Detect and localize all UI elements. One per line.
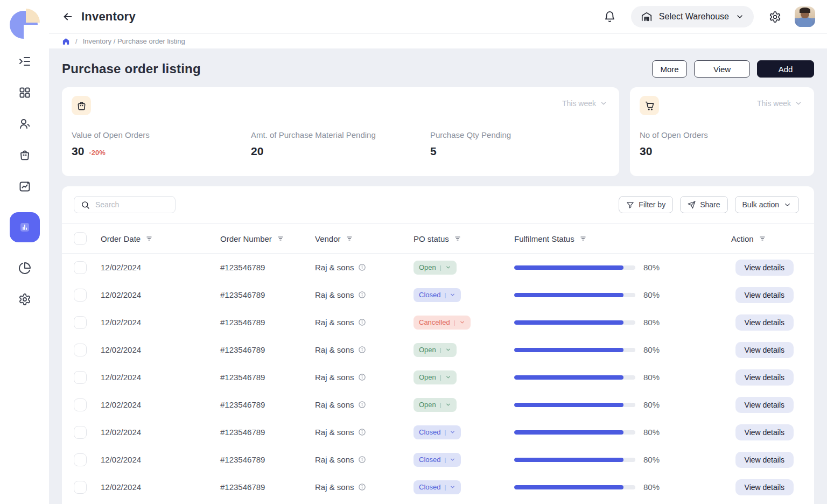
chevron-down-icon: [735, 12, 744, 21]
column-header-order-date[interactable]: Order Date: [101, 234, 220, 243]
column-header-order-number[interactable]: Order Number: [220, 234, 315, 243]
top-header: Inventory Select Warehouse: [49, 0, 827, 33]
vendor-cell: Raj & sons: [315, 263, 414, 272]
user-avatar[interactable]: [795, 6, 815, 27]
row-checkbox[interactable]: [74, 481, 87, 494]
row-checkbox[interactable]: [74, 344, 87, 356]
select-all-checkbox[interactable]: [74, 232, 87, 245]
column-header-fulfilment-status[interactable]: Fulfilment Status: [514, 234, 695, 243]
info-icon[interactable]: [358, 346, 366, 354]
row-checkbox[interactable]: [74, 371, 87, 384]
info-icon[interactable]: [358, 401, 366, 409]
filter-by-button[interactable]: Filter by: [619, 196, 673, 213]
filter-lines-icon: [277, 235, 284, 242]
info-icon[interactable]: [358, 263, 366, 271]
stat-cards-row: This week Value of Open Orders 30 -20%: [62, 87, 814, 176]
po-status-badge[interactable]: Closed |: [414, 425, 461, 439]
table-toolbar: Filter by Share Bulk action: [62, 186, 814, 224]
app-logo[interactable]: [10, 9, 40, 39]
stat-icon-tile: [72, 96, 91, 115]
chevron-down-icon: [445, 264, 451, 270]
table-header-row: Order Date Order Number Vendor PO status: [62, 224, 814, 254]
info-icon[interactable]: [358, 428, 366, 436]
column-header-po-status[interactable]: PO status: [414, 234, 514, 243]
breadcrumb-path[interactable]: Inventory / Purchase order listing: [83, 37, 185, 45]
row-checkbox[interactable]: [74, 426, 87, 439]
fulfilment-progress-fill: [514, 265, 623, 270]
sidebar-item-analytics[interactable]: [17, 179, 32, 194]
view-details-button[interactable]: View details: [735, 287, 794, 303]
sidebar-item-orders[interactable]: [17, 148, 32, 163]
info-icon[interactable]: [358, 318, 366, 326]
po-status-label: Closed: [419, 483, 440, 491]
order-number-cell: #123546789: [220, 290, 315, 299]
view-details-button[interactable]: View details: [735, 369, 794, 386]
view-button[interactable]: View: [694, 60, 750, 78]
po-status-badge[interactable]: Cancelled |: [414, 316, 471, 330]
po-status-badge[interactable]: Open |: [414, 398, 457, 412]
po-status-badge[interactable]: Open |: [414, 343, 457, 357]
row-checkbox[interactable]: [74, 261, 87, 274]
sidebar-item-users[interactable]: [17, 116, 32, 131]
page-title: Purchase order listing: [62, 61, 201, 76]
view-details-button[interactable]: View details: [735, 479, 794, 495]
search-input[interactable]: [95, 200, 169, 209]
settings-button[interactable]: [768, 10, 782, 24]
column-header-vendor[interactable]: Vendor: [315, 234, 414, 243]
row-checkbox[interactable]: [74, 453, 87, 466]
fulfilment-progress-fill: [514, 293, 623, 297]
sidebar-item-pie-reports[interactable]: [17, 261, 32, 276]
order-number-cell: #123546789: [220, 482, 315, 492]
po-status-badge[interactable]: Closed |: [414, 480, 461, 494]
view-details-button[interactable]: View details: [735, 342, 794, 358]
metric-delta: -20%: [89, 149, 105, 157]
pie-chart-icon: [18, 262, 31, 275]
row-checkbox[interactable]: [74, 289, 87, 302]
info-icon[interactable]: [358, 291, 366, 299]
warehouse-selector[interactable]: Select Warehouse: [631, 6, 754, 27]
po-status-badge[interactable]: Closed |: [414, 288, 461, 302]
page-actions: More View Add: [652, 60, 814, 78]
fulfilment-percent-label: 80%: [643, 318, 695, 327]
row-checkbox[interactable]: [74, 316, 87, 329]
table-row: 12/02/2024 #123546789 Raj & sons Closed …: [62, 281, 814, 309]
po-status-badge[interactable]: Open |: [414, 370, 457, 384]
info-icon[interactable]: [358, 373, 366, 381]
period-label: This week: [757, 99, 791, 108]
po-status-badge[interactable]: Closed |: [414, 453, 461, 467]
sidebar-item-inventory-reports[interactable]: [10, 212, 40, 242]
po-status-label: Closed: [419, 456, 440, 464]
notifications-button[interactable]: [603, 10, 617, 24]
column-header-action[interactable]: Action: [695, 234, 814, 243]
row-checkbox[interactable]: [74, 398, 87, 411]
bulk-action-button[interactable]: Bulk action: [735, 196, 799, 213]
view-details-button[interactable]: View details: [735, 397, 794, 413]
filter-lines-icon: [759, 235, 766, 242]
sidebar-item-dashboard[interactable]: [17, 85, 32, 100]
share-button[interactable]: Share: [680, 196, 727, 213]
sidebar-item-collapse-menu[interactable]: [17, 54, 32, 69]
po-status-badge[interactable]: Open |: [414, 261, 457, 275]
sidebar-item-settings[interactable]: [17, 292, 32, 307]
view-details-button[interactable]: View details: [735, 452, 794, 468]
main-column: Inventory Select Warehouse: [49, 0, 827, 504]
search-box[interactable]: [74, 196, 176, 213]
info-icon[interactable]: [358, 483, 366, 491]
period-selector-left[interactable]: This week: [562, 99, 607, 108]
chevron-down-icon: [783, 201, 791, 209]
add-button[interactable]: Add: [757, 60, 814, 78]
view-details-button[interactable]: View details: [735, 314, 794, 331]
vendor-name: Raj & sons: [315, 455, 354, 464]
more-button[interactable]: More: [652, 60, 687, 78]
view-details-button[interactable]: View details: [735, 260, 794, 276]
view-details-button[interactable]: View details: [735, 424, 794, 440]
fulfilment-percent-label: 80%: [643, 290, 695, 299]
warehouse-selector-label: Select Warehouse: [659, 12, 729, 22]
info-icon[interactable]: [358, 456, 366, 464]
back-button[interactable]: [61, 10, 75, 24]
po-status-label: Open: [419, 346, 436, 354]
metric-value-open-orders: Value of Open Orders 30 -20%: [72, 130, 251, 158]
search-icon: [81, 200, 90, 209]
period-selector-right[interactable]: This week: [757, 99, 802, 108]
home-icon[interactable]: [62, 37, 70, 45]
